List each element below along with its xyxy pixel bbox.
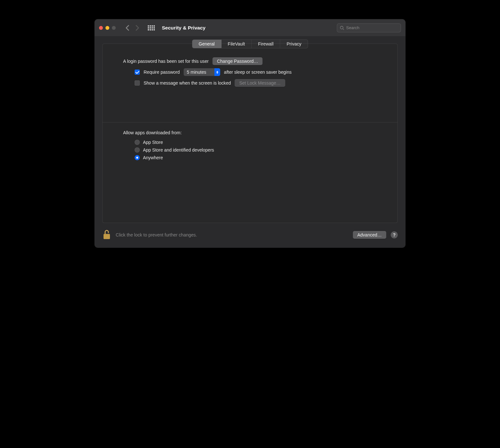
tab-firewall[interactable]: Firewall [252, 40, 280, 48]
svg-point-0 [340, 26, 343, 29]
svg-rect-5 [104, 236, 110, 237]
allow-apps-radio-group: App Store App Store and identified devel… [123, 138, 377, 162]
search-input[interactable] [346, 25, 398, 30]
lock-text: Click the lock to prevent further change… [116, 232, 197, 237]
tab-panel-general: A login password has been set for this u… [102, 44, 398, 223]
minimize-button[interactable] [105, 26, 109, 30]
forward-button[interactable] [135, 25, 139, 31]
tab-filevault[interactable]: FileVault [221, 40, 252, 48]
radio-label: Anywhere [143, 155, 163, 160]
tabbar: General FileVault Firewall Privacy [192, 39, 308, 48]
svg-rect-7 [104, 238, 110, 239]
section-divider [103, 122, 397, 122]
radio-label: App Store [143, 140, 163, 145]
chevron-right-icon [135, 25, 139, 31]
footer: Click the lock to prevent further change… [95, 223, 405, 248]
back-button[interactable] [125, 25, 129, 31]
tab-general[interactable]: General [192, 40, 221, 48]
show-all-button[interactable] [148, 25, 155, 30]
radio-icon [135, 140, 140, 145]
search-field[interactable] [337, 23, 401, 32]
allow-apps-heading-row: Allow apps downloaded from: [123, 130, 377, 135]
set-lock-message-button: Set Lock Message… [235, 79, 285, 87]
radio-anywhere[interactable]: Anywhere [135, 154, 377, 162]
require-password-label: Require password [144, 70, 180, 75]
fullscreen-button[interactable] [112, 26, 116, 30]
stepper-arrows-icon [214, 68, 220, 76]
svg-rect-3 [104, 234, 110, 235]
allow-apps-heading: Allow apps downloaded from: [123, 130, 182, 135]
svg-rect-4 [104, 235, 110, 236]
show-lock-message-label: Show a message when the screen is locked [144, 80, 231, 86]
lock-icon [102, 229, 111, 241]
show-lock-message-checkbox[interactable] [135, 80, 140, 86]
radio-label: App Store and identified developers [143, 147, 214, 153]
tab-privacy[interactable]: Privacy [280, 40, 308, 48]
require-password-checkbox[interactable] [135, 70, 140, 75]
close-button[interactable] [99, 26, 103, 30]
content-area: General FileVault Firewall Privacy A log… [95, 37, 405, 223]
require-password-row: Require password 5 minutes after sleep o… [123, 68, 377, 76]
radio-icon [135, 147, 140, 153]
search-icon [340, 26, 344, 30]
svg-rect-6 [104, 237, 110, 238]
svg-line-1 [343, 29, 344, 30]
lock-button[interactable]: Click the lock to prevent further change… [102, 229, 197, 241]
radio-app-store[interactable]: App Store [135, 138, 377, 146]
require-password-after-label: after sleep or screen saver begins [224, 70, 292, 75]
radio-identified-developers[interactable]: App Store and identified developers [135, 146, 377, 154]
nav-controls [125, 25, 139, 31]
require-password-delay-select[interactable]: 5 minutes [184, 68, 220, 76]
help-button[interactable]: ? [391, 231, 398, 238]
lock-message-row: Show a message when the screen is locked… [123, 79, 377, 87]
delay-selected-value: 5 minutes [184, 70, 214, 75]
window-title: Security & Privacy [162, 25, 205, 31]
preferences-window: Security & Privacy General FileVault Fir… [95, 19, 405, 248]
login-password-row: A login password has been set for this u… [123, 57, 377, 65]
chevron-left-icon [125, 25, 129, 31]
radio-icon [135, 155, 140, 160]
login-password-text: A login password has been set for this u… [123, 59, 209, 64]
window-controls [99, 26, 116, 30]
change-password-button[interactable]: Change Password… [213, 57, 262, 65]
advanced-button[interactable]: Advanced… [353, 231, 386, 239]
titlebar: Security & Privacy [95, 19, 405, 37]
